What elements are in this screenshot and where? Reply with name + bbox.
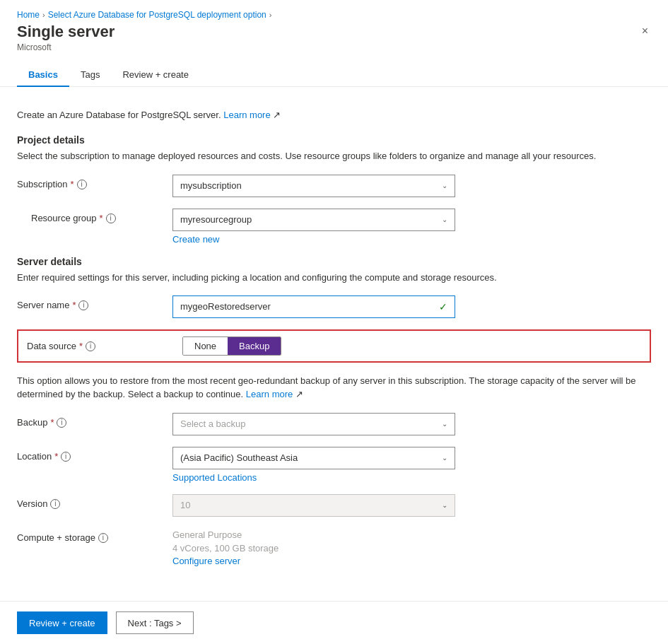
backup-info-icon[interactable]: i (57, 418, 66, 428)
info-box: This option allows you to restore from t… (17, 374, 651, 402)
resource-group-info-icon[interactable]: i (106, 213, 116, 223)
subscription-control: mysubscription ⌄ (172, 175, 651, 197)
location-label: Location (17, 451, 52, 462)
compute-storage-row: Compute + storage i General Purpose 4 vC… (17, 528, 651, 566)
backup-label-col: Backup * i (17, 413, 172, 428)
version-row: Version i 10 ⌄ (17, 494, 651, 517)
subscription-required: * (71, 179, 74, 189)
compute-storage-label-col: Compute + storage i (17, 528, 172, 543)
compute-storage-control: General Purpose 4 vCores, 100 GB storage… (172, 528, 651, 566)
server-name-label-col: Server name * i (17, 295, 172, 310)
server-name-check-icon: ✓ (439, 301, 447, 312)
next-tags-button[interactable]: Next : Tags > (116, 611, 194, 634)
compute-specs: 4 vCores, 100 GB storage (172, 541, 651, 556)
info-box-learn-more[interactable]: Learn more (246, 389, 293, 399)
location-row: Location * i (Asia Pacific) Southeast As… (17, 447, 651, 483)
location-required: * (54, 451, 58, 462)
review-create-button[interactable]: Review + create (17, 611, 107, 634)
external-link-icon: ↗ (273, 110, 281, 120)
server-name-required: * (72, 300, 76, 310)
server-name-label: Server name (17, 300, 69, 310)
data-source-none-button[interactable]: None (183, 337, 228, 355)
subscription-label: Subscription (17, 179, 68, 189)
page-header: Single server Microsoft × (0, 23, 668, 58)
version-label: Version (17, 498, 47, 509)
create-new-link[interactable]: Create new (172, 234, 651, 245)
version-label-col: Version i (17, 494, 172, 509)
data-source-row: Data source * i None Backup (17, 329, 651, 363)
backup-required: * (50, 417, 54, 428)
compute-tier: General Purpose (172, 528, 651, 542)
location-info-icon[interactable]: i (61, 452, 71, 462)
subscription-info-icon[interactable]: i (77, 180, 87, 189)
data-source-info-icon[interactable]: i (86, 341, 95, 351)
subscription-row: Subscription * i mysubscription ⌄ (17, 175, 651, 197)
learn-more-link[interactable]: Learn more (223, 110, 270, 120)
data-source-toggle-group: None Backup (182, 336, 281, 356)
configure-server-link[interactable]: Configure server (172, 556, 651, 566)
subscription-dropdown-arrow: ⌄ (442, 182, 447, 189)
resource-group-control: myresourcegroup ⌄ Create new (172, 209, 651, 245)
description-text: Create an Azure Database for PostgreSQL … (17, 110, 651, 120)
subscription-dropdown[interactable]: mysubscription ⌄ (172, 175, 455, 197)
close-button[interactable]: × (639, 23, 651, 40)
location-label-col: Location * i (17, 447, 172, 462)
resource-group-row: Resource group * i myresourcegroup ⌄ Cre… (17, 209, 651, 245)
location-dropdown-arrow: ⌄ (442, 454, 447, 462)
bottom-bar: Review + create Next : Tags > (0, 601, 668, 644)
version-dropdown-arrow: ⌄ (442, 501, 447, 509)
data-source-required: * (79, 341, 83, 351)
server-name-row: Server name * i mygeoRestoredserver ✓ (17, 295, 651, 318)
supported-locations-link[interactable]: Supported Locations (172, 472, 651, 483)
server-name-control: mygeoRestoredserver ✓ (172, 295, 651, 318)
breadcrumb-home[interactable]: Home (17, 10, 40, 20)
resource-group-dropdown[interactable]: myresourcegroup ⌄ (172, 209, 455, 231)
page-header-text: Single server Microsoft (17, 23, 115, 52)
backup-label: Backup (17, 417, 47, 428)
backup-dropdown[interactable]: Select a backup ⌄ (172, 413, 455, 435)
compute-storage-label: Compute + storage (17, 532, 95, 543)
backup-row: Backup * i Select a backup ⌄ (17, 413, 651, 435)
server-name-input[interactable]: mygeoRestoredserver ✓ (172, 295, 455, 318)
backup-control: Select a backup ⌄ (172, 413, 651, 435)
resource-group-label-col: Resource group * i (17, 209, 172, 223)
compute-storage-info-icon[interactable]: i (98, 533, 108, 543)
location-control: (Asia Pacific) Southeast Asia ⌄ Supporte… (172, 447, 651, 483)
tabs-container: Basics Tags Review + create (0, 64, 668, 87)
server-details-desc: Enter required settings for this server,… (17, 271, 651, 284)
resource-group-dropdown-arrow: ⌄ (442, 216, 447, 223)
tab-review-create[interactable]: Review + create (111, 64, 200, 87)
breadcrumb: Home › Select Azure Database for Postgre… (0, 0, 668, 23)
version-info-icon[interactable]: i (50, 499, 60, 509)
resource-group-label: Resource group (31, 213, 97, 223)
page-subtitle: Microsoft (17, 42, 115, 52)
breadcrumb-sep-2: › (269, 11, 272, 19)
version-dropdown[interactable]: 10 ⌄ (172, 494, 455, 517)
subscription-label-col: Subscription * i (17, 175, 172, 189)
data-source-backup-button[interactable]: Backup (228, 337, 281, 355)
content-area: Create an Azure Database for PostgreSQL … (0, 87, 668, 566)
breadcrumb-deployment[interactable]: Select Azure Database for PostgreSQL dep… (48, 10, 266, 20)
location-dropdown[interactable]: (Asia Pacific) Southeast Asia ⌄ (172, 447, 455, 469)
tab-basics[interactable]: Basics (17, 64, 69, 87)
page-title: Single server (17, 23, 115, 41)
backup-dropdown-arrow: ⌄ (442, 420, 447, 428)
data-source-label: Data source (27, 341, 76, 351)
version-control: 10 ⌄ (172, 494, 651, 517)
server-name-info-icon[interactable]: i (78, 300, 88, 310)
server-details-title: Server details (17, 256, 651, 267)
project-details-desc: Select the subscription to manage deploy… (17, 150, 651, 163)
resource-group-required: * (100, 213, 103, 223)
data-source-label-col: Data source * i (27, 341, 182, 351)
tab-tags[interactable]: Tags (69, 64, 111, 87)
info-box-ext-icon: ↗ (295, 389, 303, 399)
breadcrumb-sep-1: › (42, 11, 45, 19)
project-details-title: Project details (17, 134, 651, 146)
